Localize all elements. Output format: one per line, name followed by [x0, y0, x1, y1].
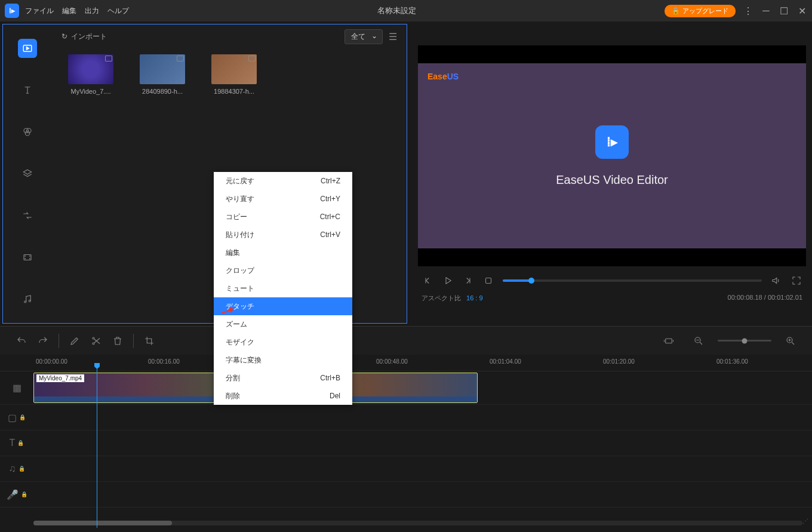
minimize-button[interactable]: ─: [761, 5, 771, 16]
media-thumbnail: [140, 54, 185, 84]
main-menu: ファイル 編集 出力 ヘルプ: [25, 6, 129, 16]
context-menu-item[interactable]: 削除Del: [214, 387, 352, 405]
context-menu-item[interactable]: やり直すCtrl+Y: [214, 190, 352, 208]
lock-icon[interactable]: 🔒: [19, 466, 25, 472]
context-menu-item[interactable]: 分割Ctrl+B: [214, 369, 352, 387]
svg-rect-4: [24, 255, 31, 260]
context-menu-shortcut: Ctrl+Y: [320, 195, 340, 203]
context-menu-shortcut: Ctrl+Z: [321, 177, 340, 185]
lock-icon[interactable]: 🔒: [21, 491, 27, 497]
fullscreen-icon[interactable]: [791, 275, 802, 287]
sidebar-overlay-icon[interactable]: [18, 164, 37, 183]
menu-help[interactable]: ヘルプ: [107, 6, 129, 16]
list-view-icon[interactable]: ☰: [389, 31, 397, 42]
context-menu-shortcut: Del: [330, 392, 340, 400]
media-item[interactable]: 19884307-h...: [207, 54, 261, 95]
time-mark: 00:00:16.00: [148, 358, 180, 365]
zoom-out-button[interactable]: [688, 330, 709, 352]
lock-icon[interactable]: 🔒: [17, 440, 24, 446]
context-menu-label: クロップ: [226, 266, 254, 276]
redo-button[interactable]: [32, 330, 54, 352]
fit-button[interactable]: [658, 330, 679, 352]
zoom-in-button[interactable]: [780, 330, 801, 352]
context-menu-label: コピー: [226, 212, 247, 222]
context-menu-label: ズーム: [226, 319, 247, 330]
sidebar: [3, 24, 52, 323]
upgrade-button[interactable]: 🔒 アップグレード: [665, 5, 736, 17]
svg-point-9: [24, 301, 26, 303]
context-menu-item[interactable]: モザイク: [214, 333, 352, 351]
time-mark: 00:01:20.00: [603, 358, 635, 365]
play-button[interactable]: [442, 275, 454, 287]
context-menu-item[interactable]: 編集: [214, 244, 352, 262]
import-icon: ↻: [61, 32, 67, 41]
import-label: インポート: [71, 32, 107, 42]
app-logo: ⁞▸: [5, 4, 19, 18]
filter-value: 全て: [351, 32, 365, 41]
sidebar-music-icon[interactable]: [18, 290, 37, 309]
upgrade-label: アップグレード: [682, 7, 728, 16]
undo-button[interactable]: [11, 330, 32, 352]
sidebar-filter-icon[interactable]: [18, 122, 37, 142]
track-pip: ▢🔒: [0, 405, 812, 430]
preview-time: 00:00:08.18 / 00:01:02.01: [728, 294, 802, 303]
context-menu-label: 元に戻す: [226, 176, 254, 186]
sidebar-text-icon[interactable]: [18, 81, 37, 100]
context-menu-item[interactable]: 字幕に変換: [214, 351, 352, 369]
media-grid: MyVideo_7.... 28409890-h... 19884307-h..…: [52, 48, 407, 101]
stop-button[interactable]: [482, 275, 494, 287]
context-menu-label: 字幕に変換: [226, 355, 262, 365]
menu-file[interactable]: ファイル: [25, 6, 54, 16]
more-icon[interactable]: ⋮: [743, 5, 753, 16]
context-menu-item[interactable]: クロップ: [214, 262, 352, 279]
zoom-slider[interactable]: [718, 340, 771, 342]
track-video: ▦ MyVideo_7.mp4: [0, 371, 812, 405]
context-menu-label: 編集: [226, 248, 240, 258]
close-button[interactable]: ✕: [796, 5, 807, 16]
media-item[interactable]: MyVideo_7....: [64, 54, 118, 95]
context-menu-item[interactable]: ミュート: [214, 279, 352, 297]
delete-button[interactable]: [107, 330, 128, 352]
lock-icon[interactable]: 🔒: [19, 414, 26, 420]
context-menu-item[interactable]: ズーム: [214, 315, 352, 333]
crop-button[interactable]: [139, 330, 160, 352]
import-button[interactable]: ↻ インポート: [61, 32, 107, 42]
playhead[interactable]: [97, 367, 97, 528]
context-menu-label: モザイク: [226, 337, 254, 348]
volume-icon[interactable]: [770, 275, 782, 287]
titlebar: ⁞▸ ファイル 編集 出力 ヘルプ 名称未設定 🔒 アップグレード ⋮ ─ ☐ …: [0, 0, 812, 21]
context-menu-label: ミュート: [226, 284, 254, 294]
time-mark: 00:01:04.00: [490, 358, 521, 365]
context-menu-item[interactable]: コピーCtrl+C: [214, 208, 352, 226]
media-thumbnail: [68, 54, 113, 84]
maximize-button[interactable]: ☐: [779, 5, 789, 16]
svg-point-7: [29, 256, 30, 256]
brand-text: EaseUS Video Editor: [556, 173, 668, 187]
context-menu-label: 貼り付け: [226, 230, 254, 240]
sidebar-transition-icon[interactable]: [18, 206, 37, 225]
svg-point-12: [93, 337, 94, 339]
preview-controls: [418, 266, 806, 291]
time-ruler[interactable]: 00:00:00.00 00:00:16.00 00:00:48.00 00:0…: [0, 355, 812, 371]
svg-point-10: [29, 300, 30, 302]
prev-frame-button[interactable]: [422, 275, 433, 287]
timeline-scrollbar[interactable]: [33, 521, 802, 525]
context-menu-item[interactable]: 元に戻すCtrl+Z: [214, 172, 352, 190]
context-menu-item[interactable]: 貼り付けCtrl+V: [214, 226, 352, 244]
context-menu-shortcut: Ctrl+C: [320, 213, 340, 221]
next-frame-button[interactable]: [462, 275, 474, 287]
resize-grip[interactable]: ⋰: [802, 518, 808, 524]
sidebar-media-icon[interactable]: [18, 39, 37, 58]
media-item[interactable]: 28409890-h...: [136, 54, 189, 95]
menu-edit[interactable]: 編集: [62, 6, 76, 16]
media-filter-select[interactable]: 全て ⌄: [345, 29, 383, 44]
sidebar-element-icon[interactable]: [18, 248, 37, 267]
preview-progress[interactable]: [503, 279, 762, 282]
menu-output[interactable]: 出力: [85, 6, 99, 16]
context-menu-label: 分割: [226, 373, 240, 383]
video-track-icon: ▦: [13, 382, 21, 393]
lock-icon: 🔒: [672, 7, 680, 15]
split-button[interactable]: [85, 330, 107, 352]
context-menu-item[interactable]: デタッチ: [214, 297, 352, 315]
edit-button[interactable]: [64, 330, 85, 352]
